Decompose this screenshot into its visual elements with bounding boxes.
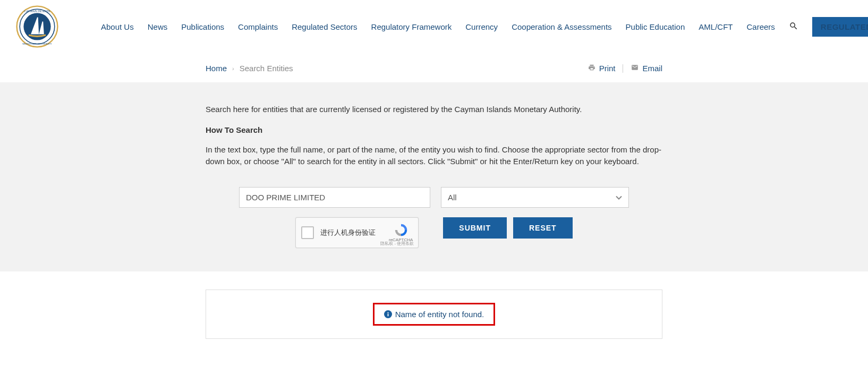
email-label: Email <box>642 64 662 73</box>
chevron-down-icon <box>616 193 622 202</box>
not-found-highlight: Name of entity not found. <box>373 303 496 326</box>
result-box: Name of entity not found. <box>206 290 662 339</box>
main-nav: About Us News Publications Complaints Re… <box>101 17 868 37</box>
howto-title: How To Search <box>206 125 662 134</box>
chevron-right-icon: › <box>232 65 234 72</box>
print-label: Print <box>599 64 616 73</box>
subheader: Home › Search Entities Print Email <box>206 53 662 82</box>
envelope-icon <box>631 64 639 73</box>
nav-public-education[interactable]: Public Education <box>626 22 685 31</box>
site-header: CAYMAN ISLANDS MONETARY AUTHORITY About … <box>0 0 868 53</box>
regulated-entities-button[interactable]: REGULATED ENTITIES <box>812 17 868 37</box>
svg-text:CAYMAN ISLANDS: CAYMAN ISLANDS <box>24 10 50 13</box>
search-icon[interactable] <box>789 21 798 32</box>
recaptcha-label: 进行人机身份验证 <box>320 228 389 237</box>
nav-about-us[interactable]: About Us <box>101 22 134 31</box>
entity-search-input[interactable] <box>239 187 430 208</box>
submit-button[interactable]: SUBMIT <box>443 217 507 239</box>
nav-publications[interactable]: Publications <box>181 22 224 31</box>
recaptcha-logo-icon <box>394 223 409 237</box>
sector-select[interactable]: All <box>441 187 629 208</box>
svg-rect-6 <box>387 313 388 316</box>
nav-currency[interactable]: Currency <box>465 22 498 31</box>
breadcrumb-current: Search Entities <box>240 64 293 73</box>
nav-careers[interactable]: Careers <box>746 22 775 31</box>
nav-aml-cft[interactable]: AML/CFT <box>699 22 733 31</box>
svg-rect-7 <box>387 312 388 313</box>
form-buttons: SUBMIT RESET <box>443 217 572 239</box>
recaptcha-branding: reCAPTCHA <box>389 223 413 243</box>
site-logo: CAYMAN ISLANDS MONETARY AUTHORITY <box>16 5 58 48</box>
nav-cooperation-assessments[interactable]: Cooperation & Assessments <box>512 22 611 31</box>
svg-text:MONETARY AUTHORITY: MONETARY AUTHORITY <box>22 42 52 45</box>
result-section: Name of entity not found. <box>0 271 868 357</box>
howto-text: In the text box, type the full name, or … <box>206 144 662 168</box>
recaptcha-checkbox[interactable] <box>301 226 314 239</box>
result-message: Name of entity not found. <box>395 310 484 319</box>
captcha-row: 进行人机身份验证 reCAPTCHA 隐私权 - 使用条款 SUBMIT RES… <box>206 217 662 248</box>
action-divider <box>623 64 623 73</box>
search-section: Search here for entities that are curren… <box>0 82 868 271</box>
page-actions: Print Email <box>588 64 662 73</box>
reset-button[interactable]: RESET <box>513 217 573 239</box>
print-link[interactable]: Print <box>588 64 616 73</box>
nav-complaints[interactable]: Complaints <box>238 22 278 31</box>
nav-regulatory-framework[interactable]: Regulatory Framework <box>371 22 452 31</box>
recaptcha-widget[interactable]: 进行人机身份验证 reCAPTCHA 隐私权 - 使用条款 <box>295 217 419 248</box>
info-circle-icon <box>384 310 392 318</box>
search-form-row: All <box>206 187 662 208</box>
recaptcha-footer: 隐私权 - 使用条款 <box>380 241 414 246</box>
breadcrumb: Home › Search Entities <box>206 64 293 73</box>
print-icon <box>588 64 596 73</box>
breadcrumb-home[interactable]: Home <box>206 64 227 73</box>
email-link[interactable]: Email <box>631 64 662 73</box>
intro-text: Search here for entities that are curren… <box>206 104 662 116</box>
sector-select-value: All <box>441 188 628 207</box>
nav-news[interactable]: News <box>148 22 168 31</box>
nav-regulated-sectors[interactable]: Regulated Sectors <box>292 22 357 31</box>
